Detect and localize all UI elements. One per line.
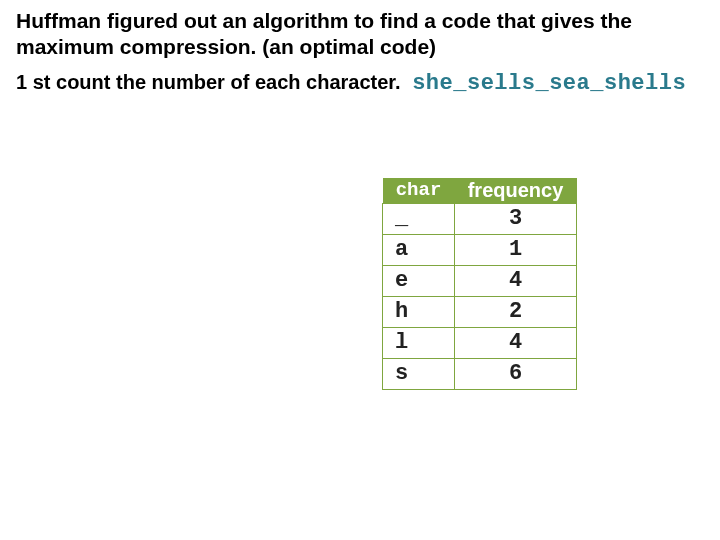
cell-char: l: [383, 328, 455, 359]
table-row: s 6: [383, 359, 577, 390]
cell-char: e: [383, 266, 455, 297]
cell-freq: 4: [455, 266, 577, 297]
table-row: l 4: [383, 328, 577, 359]
cell-freq: 1: [455, 235, 577, 266]
frequency-table-wrap: char frequency _ 3 a 1 e 4 h: [382, 178, 577, 390]
col-header-char: char: [383, 178, 455, 204]
step-line: 1 st count the number of each character.…: [16, 71, 704, 96]
cell-char: h: [383, 297, 455, 328]
cell-freq: 2: [455, 297, 577, 328]
cell-freq: 4: [455, 328, 577, 359]
table-header-row: char frequency: [383, 178, 577, 204]
frequency-table: char frequency _ 3 a 1 e 4 h: [382, 178, 577, 390]
cell-char: a: [383, 235, 455, 266]
step-text: 1 st count the number of each character.: [16, 71, 401, 93]
table-row: e 4: [383, 266, 577, 297]
cell-char: s: [383, 359, 455, 390]
slide-heading: Huffman figured out an algorithm to find…: [16, 8, 656, 61]
table-row: _ 3: [383, 204, 577, 235]
example-string: she_sells_sea_shells: [412, 71, 686, 96]
cell-char: _: [383, 204, 455, 235]
table-row: h 2: [383, 297, 577, 328]
table-row: a 1: [383, 235, 577, 266]
slide: Huffman figured out an algorithm to find…: [0, 0, 720, 540]
col-header-freq: frequency: [455, 178, 577, 204]
cell-freq: 3: [455, 204, 577, 235]
cell-freq: 6: [455, 359, 577, 390]
